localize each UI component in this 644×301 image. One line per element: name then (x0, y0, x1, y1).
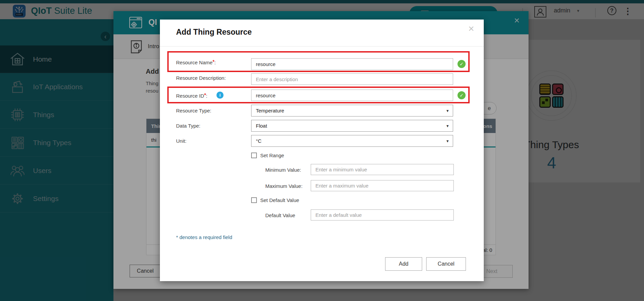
selected-value: Temperature (256, 108, 284, 113)
resource-description-label: Resource Description: (176, 75, 226, 81)
dialog-title: Add Thing Resource (176, 28, 252, 37)
info-icon[interactable]: i (216, 92, 224, 99)
chevron-down-icon: ▼ (446, 139, 449, 143)
resource-type-label: Resource Type: (176, 108, 211, 113)
minimum-value-input[interactable] (311, 164, 454, 175)
set-default-value-label: Set Default Value (260, 197, 299, 203)
resource-name-label: Resource Name*: (176, 59, 216, 65)
chevron-down-icon: ▼ (446, 124, 449, 128)
label-colon: : (206, 93, 207, 99)
resource-id-label: Resource ID*: (176, 92, 207, 99)
dialog-close-icon[interactable]: × (468, 23, 474, 34)
set-range-checkbox[interactable] (251, 153, 257, 158)
resource-name-input[interactable] (251, 58, 453, 70)
add-thing-resource-dialog: Add Thing Resource × Resource Name*: ✓ R… (160, 20, 484, 281)
resource-type-select[interactable]: Temperature ▼ (251, 105, 453, 116)
resource-description-input[interactable] (251, 73, 453, 85)
unit-label: Unit: (176, 138, 187, 144)
default-value-input[interactable] (311, 209, 454, 221)
chevron-down-icon: ▼ (446, 109, 449, 113)
add-button[interactable]: Add (385, 257, 422, 271)
default-value-label: Default Value (265, 212, 295, 218)
valid-check-icon: ✓ (457, 60, 466, 68)
resource-id-input[interactable] (251, 90, 453, 101)
selected-value: Float (256, 123, 267, 129)
valid-check-icon: ✓ (457, 91, 466, 99)
minimum-value-label: Minimum Value: (265, 167, 301, 173)
dialog-divider (160, 46, 484, 46)
data-type-select[interactable]: Float ▼ (251, 120, 453, 132)
label-text: Resource Name (176, 60, 212, 65)
maximum-value-input[interactable] (311, 180, 454, 191)
data-type-label: Data Type: (176, 123, 200, 129)
label-colon: : (214, 60, 216, 65)
set-range-label: Set Range (260, 153, 284, 158)
unit-select[interactable]: °C ▼ (251, 135, 453, 147)
label-text: Resource ID (176, 93, 204, 99)
selected-value: °C (256, 138, 262, 144)
set-default-value-checkbox[interactable] (251, 197, 257, 203)
cancel-button[interactable]: Cancel (426, 257, 466, 271)
maximum-value-label: Maximum Value: (265, 183, 303, 189)
required-field-note: * denotes a required field (176, 234, 232, 240)
